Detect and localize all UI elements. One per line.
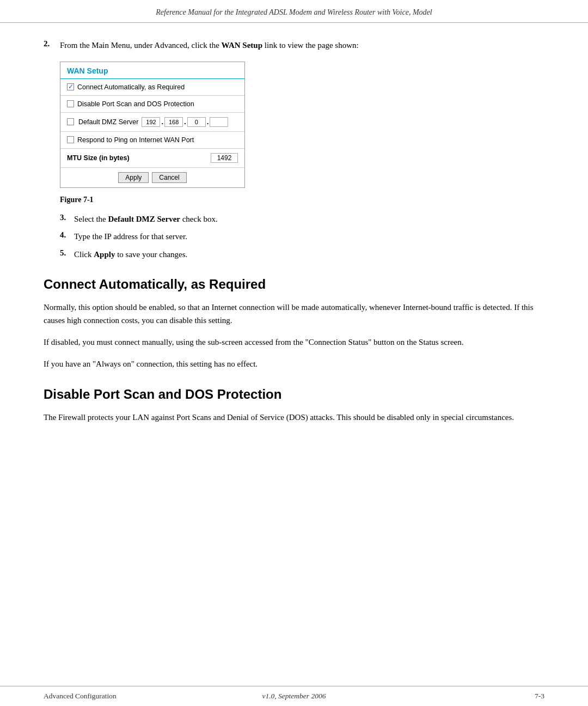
- dmz-ip3[interactable]: [187, 117, 206, 127]
- footer-right: 7-3: [535, 692, 544, 701]
- section1-para3: If you have an "Always on" connection, t…: [44, 357, 544, 370]
- disable-portscan-label: Disable Port Scan and DOS Protection: [77, 100, 194, 108]
- page-footer: Advanced Configuration v1.0, September 2…: [0, 686, 588, 706]
- mtu-input[interactable]: [211, 153, 238, 163]
- respond-ping-checkbox[interactable]: [67, 136, 74, 143]
- section1-para2: If disabled, you must connect manually, …: [44, 336, 544, 349]
- step-5-desc: Click Apply to save your changes.: [74, 248, 187, 261]
- step-4: 4. Type the IP address for that server.: [60, 230, 544, 243]
- step-4-desc: Type the IP address for that server.: [74, 230, 187, 243]
- section1-heading: Connect Automatically, as Required: [44, 277, 544, 292]
- step-2-text-after: link to view the page shown:: [262, 41, 359, 50]
- content: 2. From the Main Menu, under Advanced, c…: [0, 23, 588, 465]
- wan-row-3: Default DMZ Server . . .: [60, 113, 244, 132]
- section2-para1: The Firewall protects your LAN against P…: [44, 411, 544, 424]
- wan-row-4: Respond to Ping on Internet WAN Port: [60, 132, 244, 149]
- apply-button[interactable]: Apply: [118, 172, 149, 183]
- connect-auto-checkbox[interactable]: [67, 83, 74, 90]
- page-header: Reference Manual for the Integrated ADSL…: [0, 0, 588, 23]
- header-text: Reference Manual for the Integrated ADSL…: [156, 8, 432, 16]
- figure-label: Figure 7-1: [60, 196, 544, 204]
- section2-heading: Disable Port Scan and DOS Protection: [44, 387, 544, 402]
- btn-row: Apply Cancel: [60, 168, 244, 187]
- footer-center: v1.0, September 2006: [262, 692, 326, 701]
- dmz-ip2[interactable]: [164, 117, 183, 127]
- step-2-num: 2.: [44, 39, 60, 48]
- step-5-num: 5.: [60, 248, 74, 258]
- dmz-server-label: Default DMZ Server: [78, 118, 138, 126]
- step-3: 3. Select the Default DMZ Server check b…: [60, 213, 544, 226]
- section1-para1: Normally, this option should be enabled,…: [44, 301, 544, 327]
- wan-row-5: MTU Size (in bytes): [60, 149, 244, 168]
- step-3-bold: Default DMZ Server: [108, 215, 180, 223]
- step-2-text: From the Main Menu, under Advanced, clic…: [60, 39, 359, 52]
- cancel-button[interactable]: Cancel: [152, 172, 186, 183]
- wan-setup-title: WAN Setup: [60, 62, 244, 79]
- dmz-ip4[interactable]: [210, 117, 228, 127]
- step-2-link: WAN Setup: [222, 41, 262, 50]
- step-5: 5. Click Apply to save your changes.: [60, 248, 544, 261]
- step-3-num: 3.: [60, 213, 74, 222]
- wan-setup-box: WAN Setup Connect Automatically, as Requ…: [60, 62, 245, 188]
- step-3-desc: Select the Default DMZ Server check box.: [74, 213, 218, 226]
- dmz-ip1[interactable]: [142, 117, 160, 127]
- dmz-dot-3: .: [207, 118, 209, 126]
- wan-row-2: Disable Port Scan and DOS Protection: [60, 96, 244, 113]
- respond-ping-label: Respond to Ping on Internet WAN Port: [77, 136, 194, 144]
- footer-left: Advanced Configuration: [44, 692, 117, 701]
- wan-row-1: Connect Automatically, as Required: [60, 79, 244, 96]
- step-2-text-before: From the Main Menu, under Advanced, clic…: [60, 41, 222, 50]
- disable-portscan-checkbox[interactable]: [67, 100, 74, 107]
- page: Reference Manual for the Integrated ADSL…: [0, 0, 588, 706]
- dmz-dot-2: .: [184, 118, 186, 126]
- steps-list: 3. Select the Default DMZ Server check b…: [60, 213, 544, 261]
- step-5-bold: Apply: [94, 250, 115, 259]
- dmz-server-checkbox[interactable]: [67, 118, 74, 125]
- step-2-item: 2. From the Main Menu, under Advanced, c…: [44, 39, 544, 52]
- mtu-label: MTU Size (in bytes): [67, 154, 130, 162]
- dmz-dot-1: .: [161, 118, 163, 126]
- connect-auto-label: Connect Automatically, as Required: [77, 83, 185, 91]
- step-4-num: 4.: [60, 230, 74, 240]
